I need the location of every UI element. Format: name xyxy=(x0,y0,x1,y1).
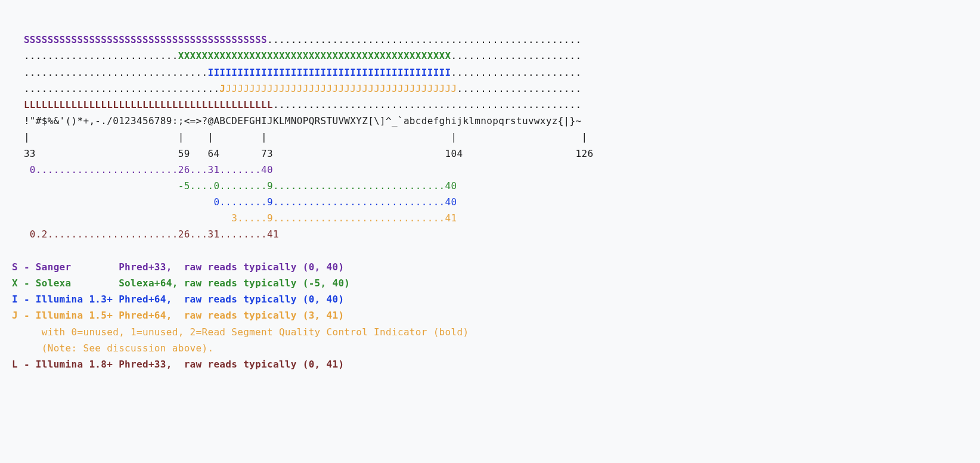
legend-illumina15-note2: (Note: See discussion above). xyxy=(12,342,213,354)
legend-illumina15-note1: with 0=unused, 1=unused, 2=Read Segment … xyxy=(12,326,469,338)
row-illumina18: LLLLLLLLLLLLLLLLLLLLLLLLLLLLLLLLLLLLLLLL… xyxy=(12,99,581,110)
range-illumina15: JJJJJJJJJJJJJJJJJJJJJJJJJJJJJJJJJJJJJJJ xyxy=(225,83,457,94)
score-scale-illumina15: 3.....9.............................41 xyxy=(12,212,457,224)
score-scale-illumina13: 0........9.............................4… xyxy=(12,196,457,208)
ascii-axis: !"#$%&'()*+,-./0123456789:;<=>?@ABCDEFGH… xyxy=(12,115,581,126)
score-scale-solexa: -5....0........9........................… xyxy=(12,180,457,192)
ascii-tick-values: 33 59 64 73 104 126 xyxy=(12,148,593,159)
legend-illumina18: L - Illumina 1.8+ Phred+33, raw reads ty… xyxy=(12,359,344,370)
score-scale-sanger: 0........................26...31.......4… xyxy=(12,164,273,175)
legend-illumina13: I - Illumina 1.3+ Phred+64, raw reads ty… xyxy=(12,294,344,305)
filler: ................................. xyxy=(24,83,219,94)
filler: ........................................… xyxy=(273,99,582,110)
filler: ........................................… xyxy=(267,34,582,45)
range-illumina13: IIIIIIIIIIIIIIIIIIIIIIIIIIIIIIIIIIIIIIII… xyxy=(207,67,451,78)
filler: ..................... xyxy=(457,83,581,94)
range-illumina15-bold: J xyxy=(219,83,225,94)
quality-encoding-diagram: SSSSSSSSSSSSSSSSSSSSSSSSSSSSSSSSSSSSSSSS… xyxy=(0,0,980,396)
filler: .......................... xyxy=(24,50,178,61)
legend-sanger: S - Sanger Phred+33, raw reads typically… xyxy=(12,261,344,273)
row-sanger: SSSSSSSSSSSSSSSSSSSSSSSSSSSSSSSSSSSSSSSS… xyxy=(12,34,581,45)
range-sanger: SSSSSSSSSSSSSSSSSSSSSSSSSSSSSSSSSSSSSSSS… xyxy=(24,34,267,45)
row-illumina15: .................................JJJJJJJ… xyxy=(12,83,582,94)
score-scale-illumina18: 0.2......................26...31........… xyxy=(12,229,279,240)
row-solexa: ..........................XXXXXXXXXXXXXX… xyxy=(12,50,582,61)
filler: ............................... xyxy=(24,67,208,78)
filler: ...................... xyxy=(451,67,582,78)
legend-illumina15: J - Illumina 1.5+ Phred+64, raw reads ty… xyxy=(12,310,344,321)
range-illumina18: LLLLLLLLLLLLLLLLLLLLLLLLLLLLLLLLLLLLLLLL… xyxy=(24,99,273,110)
ascii-tick-bars: | | | | | | xyxy=(12,131,587,143)
row-illumina13: ...............................IIIIIIIII… xyxy=(12,67,582,78)
legend-solexa: X - Solexa Solexa+64, raw reads typicall… xyxy=(12,277,350,289)
filler: ...................... xyxy=(451,50,582,61)
range-solexa: XXXXXXXXXXXXXXXXXXXXXXXXXXXXXXXXXXXXXXXX… xyxy=(178,50,451,61)
